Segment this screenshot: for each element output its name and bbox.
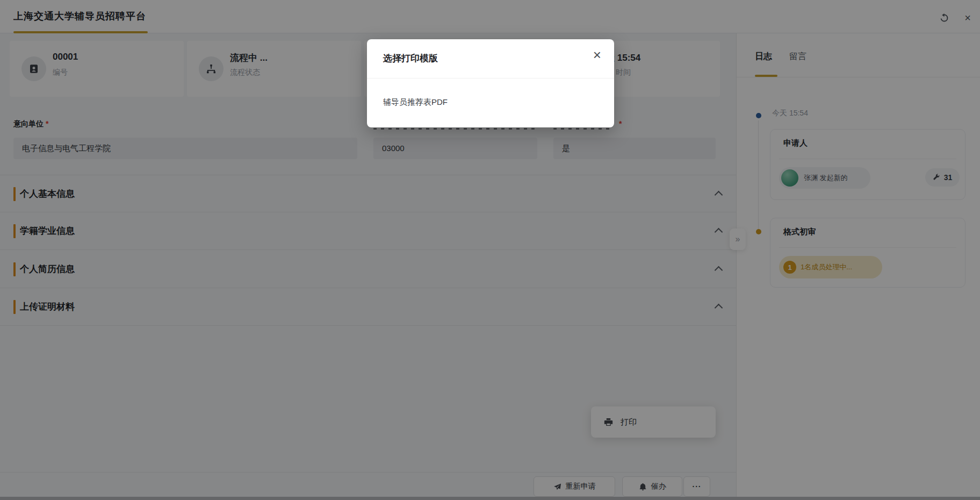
modal-close-icon[interactable]: × xyxy=(593,48,601,62)
modal-title: 选择打印模版 xyxy=(383,52,438,65)
print-template-option[interactable]: 辅导员推荐表PDF xyxy=(383,94,448,110)
app-window: 上海交通大学辅导员招聘平台 × 00001 编号 xyxy=(0,0,980,500)
print-template-modal: 选择打印模版 × 辅导员推荐表PDF xyxy=(367,39,614,127)
modal-divider xyxy=(367,78,614,78)
